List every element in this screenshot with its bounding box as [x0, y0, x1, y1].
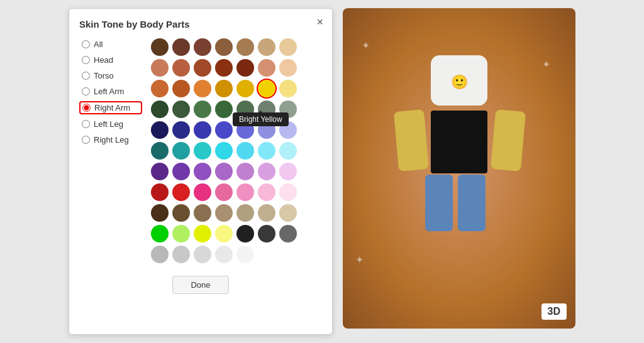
body-parts-list: All Head Torso Left Arm Right Arm	[79, 38, 142, 263]
color-swatch[interactable]	[194, 163, 211, 180]
color-swatch[interactable]	[279, 183, 297, 201]
color-swatch[interactable]	[279, 246, 297, 263]
color-swatch[interactable]	[215, 121, 233, 139]
color-swatch[interactable]	[258, 142, 275, 160]
char-left-leg	[425, 175, 453, 231]
char-right-leg	[458, 175, 486, 231]
color-swatch[interactable]	[279, 204, 297, 222]
color-swatch[interactable]	[236, 204, 254, 222]
color-swatch[interactable]	[215, 101, 233, 118]
color-swatch[interactable]	[172, 183, 190, 201]
color-swatch[interactable]	[279, 163, 297, 180]
color-swatch[interactable]	[172, 163, 190, 180]
color-swatch[interactable]	[172, 204, 190, 222]
color-swatch[interactable]	[151, 163, 169, 180]
color-swatch[interactable]	[258, 183, 275, 201]
done-button[interactable]: Done	[172, 276, 228, 294]
color-swatch[interactable]	[151, 80, 169, 97]
color-swatch[interactable]	[215, 38, 233, 56]
char-torso	[431, 111, 487, 173]
color-swatch[interactable]	[215, 246, 233, 263]
color-swatch[interactable]	[151, 204, 169, 222]
color-swatch[interactable]	[236, 225, 254, 242]
color-swatch[interactable]	[236, 38, 254, 56]
color-swatch[interactable]	[258, 59, 275, 77]
radio-all[interactable]: All	[79, 38, 142, 50]
color-swatch[interactable]	[215, 225, 233, 242]
color-swatch[interactable]	[194, 204, 211, 222]
color-swatch[interactable]	[151, 142, 169, 160]
color-swatch[interactable]	[151, 246, 169, 263]
color-swatch[interactable]	[151, 121, 169, 139]
color-swatch[interactable]	[236, 163, 254, 180]
color-swatch[interactable]	[236, 142, 254, 160]
color-swatch[interactable]	[236, 246, 254, 263]
color-swatch[interactable]	[151, 38, 169, 56]
color-swatch[interactable]	[279, 59, 297, 77]
color-swatch[interactable]	[279, 38, 297, 56]
color-swatch[interactable]	[236, 121, 254, 139]
main-container: Skin Tone by Body Parts × All Head Torso	[58, 0, 586, 343]
color-swatch[interactable]	[215, 59, 233, 77]
color-swatch[interactable]	[172, 101, 190, 118]
color-swatch[interactable]	[258, 163, 275, 180]
color-swatch[interactable]	[258, 204, 275, 222]
color-swatch[interactable]	[279, 101, 297, 118]
color-swatch[interactable]	[194, 246, 211, 263]
color-swatch[interactable]	[172, 225, 190, 242]
color-swatch[interactable]	[279, 142, 297, 160]
color-swatch[interactable]	[258, 80, 275, 97]
color-swatch[interactable]	[194, 142, 211, 160]
color-swatch[interactable]	[194, 225, 211, 242]
radio-right-leg[interactable]: Right Leg	[79, 134, 142, 146]
color-swatch[interactable]	[236, 80, 254, 97]
color-swatch[interactable]	[194, 80, 211, 97]
color-swatch[interactable]	[258, 121, 275, 139]
radio-left-leg-label: Left Leg	[94, 119, 123, 129]
color-swatch[interactable]	[172, 59, 190, 77]
color-swatch[interactable]	[194, 38, 211, 56]
sparkle-1: ✦	[362, 40, 370, 52]
color-swatch[interactable]	[194, 59, 211, 77]
done-button-row: Done	[79, 276, 322, 294]
radio-left-arm[interactable]: Left Arm	[79, 85, 142, 97]
color-swatch[interactable]	[279, 121, 297, 139]
radio-head[interactable]: Head	[79, 54, 142, 66]
char-face: 🙂	[434, 73, 484, 92]
dialog-content: All Head Torso Left Arm Right Arm	[79, 38, 322, 263]
color-swatch[interactable]	[151, 225, 169, 242]
color-swatch[interactable]	[258, 101, 275, 118]
color-swatch[interactable]	[236, 59, 254, 77]
radio-left-leg[interactable]: Left Leg	[79, 118, 142, 130]
dialog-title: Skin Tone by Body Parts	[79, 19, 322, 30]
color-swatch[interactable]	[194, 183, 211, 201]
color-swatch[interactable]	[172, 121, 190, 139]
color-swatch[interactable]	[172, 38, 190, 56]
color-swatch[interactable]	[215, 183, 233, 201]
radio-torso[interactable]: Torso	[79, 70, 142, 82]
color-swatch[interactable]	[258, 225, 275, 242]
color-swatch[interactable]	[172, 246, 190, 263]
color-swatch[interactable]	[215, 163, 233, 180]
color-swatch[interactable]	[151, 183, 169, 201]
char-right-arm	[491, 109, 526, 172]
color-swatch[interactable]	[236, 183, 254, 201]
radio-right-arm[interactable]: Right Arm	[79, 101, 142, 114]
color-swatch[interactable]	[258, 38, 275, 56]
close-button[interactable]: ×	[316, 16, 323, 28]
color-swatch[interactable]	[151, 59, 169, 77]
color-swatch[interactable]	[194, 121, 211, 139]
color-swatch[interactable]	[151, 101, 169, 118]
radio-torso-label: Torso	[94, 71, 114, 80]
color-swatch[interactable]	[279, 225, 297, 242]
color-swatch[interactable]	[236, 101, 254, 118]
color-swatch[interactable]	[215, 80, 233, 97]
color-swatch[interactable]	[172, 80, 190, 97]
color-swatch[interactable]	[194, 101, 211, 118]
color-swatch[interactable]	[215, 142, 233, 160]
color-swatch[interactable]	[279, 80, 297, 97]
radio-all-label: All	[94, 40, 103, 49]
color-swatch[interactable]	[172, 142, 190, 160]
3d-badge: 3D	[541, 303, 567, 320]
color-swatch[interactable]	[215, 204, 233, 222]
